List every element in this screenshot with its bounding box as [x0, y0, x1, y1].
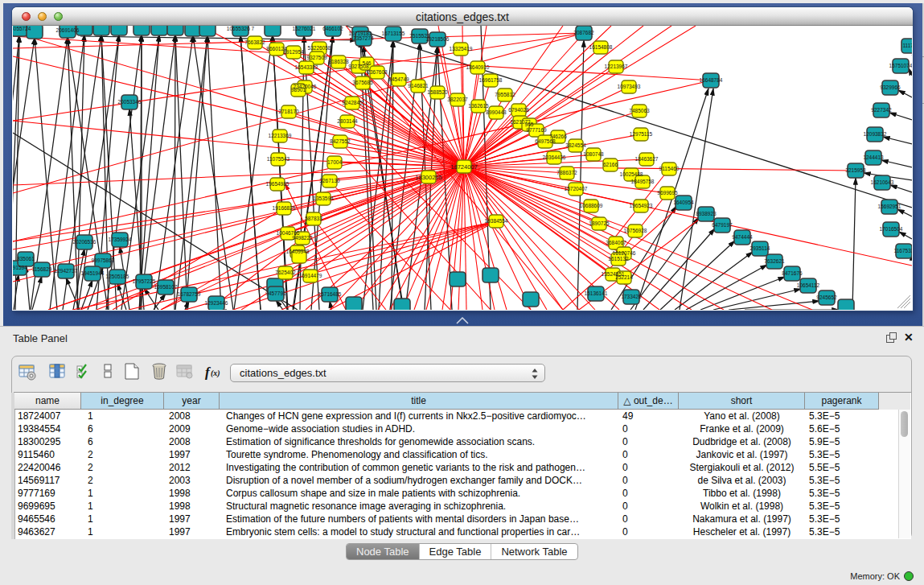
- svg-text:18300295: 18300295: [415, 174, 441, 181]
- svg-text:546: 546: [363, 60, 372, 66]
- svg-text:24055724: 24055724: [13, 26, 31, 31]
- svg-text:9242845: 9242845: [342, 100, 363, 105]
- svg-text:20206536: 20206536: [73, 239, 97, 245]
- svg-text:15692951: 15692951: [878, 204, 901, 209]
- svg-text:10025488: 10025488: [620, 171, 643, 177]
- svg-text:18495758: 18495758: [631, 179, 655, 184]
- svg-text:10756928: 10756928: [624, 228, 647, 233]
- svg-text:1353594: 1353594: [313, 196, 334, 201]
- svg-text:17359924: 17359924: [109, 237, 132, 242]
- svg-text:16409948: 16409948: [286, 249, 310, 254]
- svg-text:7357274: 7357274: [353, 35, 374, 41]
- svg-text:3215958: 3215958: [845, 167, 866, 173]
- svg-text:10688609: 10688609: [580, 203, 603, 208]
- svg-text:17016504: 17016504: [880, 226, 903, 232]
- svg-text:12093832: 12093832: [864, 131, 887, 137]
- svg-text:3675685: 3675685: [352, 80, 373, 85]
- svg-text:12975115: 12975115: [630, 131, 653, 137]
- svg-text:1156829: 1156829: [32, 266, 52, 272]
- svg-text:8912954: 8912954: [283, 49, 304, 55]
- svg-text:12505185: 12505185: [106, 274, 129, 279]
- svg-text:9227342: 9227342: [871, 107, 892, 113]
- svg-text:10655326 7: 10655326 7: [227, 26, 255, 31]
- svg-text:1640954: 1640954: [673, 200, 694, 205]
- svg-text:2935114: 2935114: [750, 245, 770, 251]
- svg-text:6497568: 6497568: [535, 138, 556, 144]
- svg-text:3684067: 3684067: [606, 240, 626, 245]
- svg-text:19166825: 19166825: [273, 205, 296, 211]
- svg-text:12213369: 12213369: [269, 133, 292, 138]
- svg-text:16713155: 16713155: [382, 31, 405, 36]
- svg-text:7485063: 7485063: [629, 108, 650, 113]
- svg-text:9474444: 9474444: [732, 234, 753, 240]
- svg-text:15720407: 15720407: [565, 186, 588, 192]
- svg-text:8427552: 8427552: [330, 138, 351, 144]
- svg-text:20364436: 20364436: [543, 154, 566, 160]
- svg-text:3267130: 3267130: [319, 178, 340, 183]
- svg-text:16914479: 16914479: [299, 273, 322, 278]
- svg-text:1615132: 1615132: [608, 256, 629, 262]
- svg-text:2718170: 2718170: [278, 109, 299, 114]
- svg-text:9498222: 9498222: [292, 235, 313, 241]
- svg-text:98901: 98901: [291, 87, 306, 93]
- svg-text:8454749: 8454749: [388, 76, 409, 82]
- svg-text:19451944: 19451944: [81, 270, 105, 276]
- svg-text:6794028: 6794028: [508, 107, 529, 113]
- svg-text:18640910: 18640910: [466, 64, 490, 70]
- svg-text:9457791: 9457791: [265, 290, 286, 296]
- svg-text:16961758: 16961758: [479, 77, 503, 83]
- svg-text:835061: 835061: [17, 256, 35, 262]
- svg-text:20053346: 20053346: [118, 99, 142, 105]
- svg-text:7886372: 7886372: [556, 170, 577, 175]
- svg-text:1588520: 1588520: [427, 89, 448, 95]
- svg-text:62166: 62166: [603, 162, 618, 167]
- svg-text:9245652: 9245652: [816, 295, 837, 300]
- svg-text:6466102: 6466102: [322, 26, 343, 31]
- svg-text:19654923: 19654923: [630, 203, 653, 208]
- svg-text:3824554: 3824554: [565, 142, 586, 148]
- svg-text:15136141: 15136141: [585, 290, 608, 296]
- svg-text:17004: 17004: [327, 159, 342, 165]
- svg-text:9777169: 9777169: [526, 127, 547, 133]
- svg-text:7632621: 7632621: [764, 258, 785, 264]
- svg-text:15716485: 15716485: [318, 291, 342, 297]
- svg-text:945: 945: [525, 122, 534, 127]
- svg-text:2087682: 2087682: [573, 30, 594, 35]
- svg-text:16210643: 16210643: [871, 179, 894, 185]
- svg-text:1890725: 1890725: [589, 220, 610, 226]
- svg-text:18463627: 18463627: [635, 156, 659, 162]
- svg-text:53226058: 53226058: [308, 45, 331, 51]
- svg-text:16154808: 16154808: [589, 44, 613, 50]
- svg-text:9146821: 9146821: [408, 83, 429, 89]
- svg-text:1244413: 1244413: [863, 154, 884, 160]
- svg-text:7955812: 7955812: [495, 92, 515, 97]
- svg-text:20691406: 20691406: [56, 27, 80, 33]
- svg-text:1167533: 1167533: [894, 248, 912, 253]
- svg-text:8990448: 8990448: [486, 109, 507, 115]
- svg-text:16648784: 16648784: [700, 77, 723, 83]
- svg-text:10654112: 10654112: [797, 282, 820, 288]
- svg-text:2803144: 2803144: [337, 118, 358, 124]
- svg-text:8938923: 8938923: [696, 211, 717, 216]
- svg-text:587833: 587833: [305, 216, 322, 221]
- svg-text:6479197: 6479197: [712, 222, 733, 228]
- svg-text:19654985: 19654985: [266, 181, 290, 187]
- svg-text:15276021: 15276021: [293, 26, 316, 31]
- svg-text:2367608: 2367608: [367, 69, 388, 75]
- svg-text:15751074: 15751074: [889, 63, 912, 68]
- svg-text:12942737: 12942737: [55, 268, 78, 274]
- svg-text:10973493: 10973493: [618, 84, 641, 89]
- svg-text:99975867: 99975867: [92, 257, 115, 263]
- svg-text:16120746: 16120746: [613, 250, 636, 256]
- svg-text:19218506: 19218506: [426, 36, 450, 42]
- svg-text:9699695: 9699695: [657, 190, 678, 196]
- svg-text:16543382: 16543382: [295, 64, 318, 70]
- svg-text:252214: 252214: [615, 274, 633, 280]
- svg-text:8186328: 8186328: [328, 59, 349, 64]
- svg-text:13325419: 13325419: [450, 46, 473, 51]
- svg-text:(x): (x): [211, 369, 220, 378]
- svg-text:12213967: 12213967: [605, 64, 628, 69]
- svg-text:391594: 391594: [13, 265, 27, 270]
- svg-text:9115460: 9115460: [659, 166, 680, 171]
- svg-text:17957225: 17957225: [133, 278, 156, 284]
